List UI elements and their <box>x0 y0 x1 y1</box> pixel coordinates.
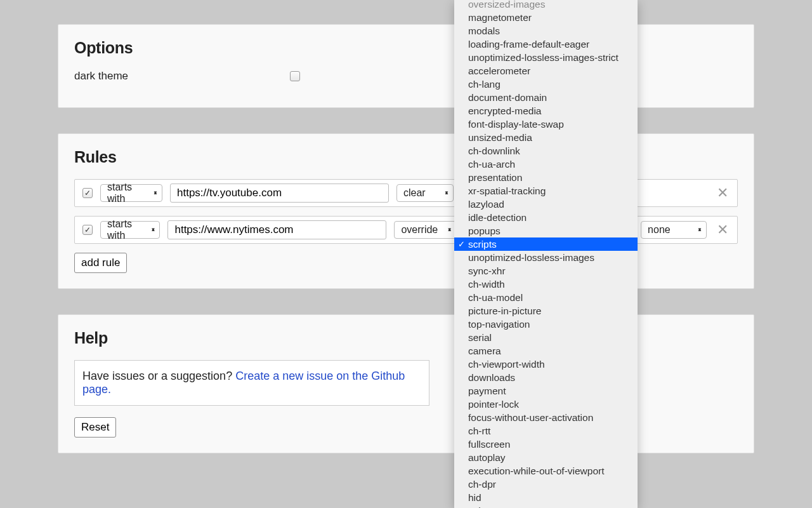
options-heading: Options <box>74 39 738 57</box>
rule-row: starts with ▲▼ override ▲▼ scripts ▲▼ no… <box>74 216 738 244</box>
feature-option[interactable]: autoplay <box>454 451 638 464</box>
help-heading: Help <box>74 329 738 347</box>
feature-value-select[interactable]: none ▲▼ <box>641 221 707 239</box>
feature-option[interactable]: ch-ua-arch <box>454 157 638 171</box>
feature-option[interactable]: hid <box>454 491 638 504</box>
feature-option[interactable]: accelerometer <box>454 64 638 77</box>
match-mode-value: starts with <box>107 218 145 241</box>
feature-option[interactable]: usb <box>454 504 638 508</box>
add-rule-button[interactable]: add rule <box>74 253 127 273</box>
feature-option[interactable]: top-navigation <box>454 318 638 331</box>
feature-option[interactable]: font-display-late-swap <box>454 117 638 131</box>
url-pattern-input[interactable] <box>167 220 386 239</box>
feature-option[interactable]: popups <box>454 224 638 237</box>
url-pattern-input[interactable] <box>170 184 389 203</box>
action-value: clear <box>403 187 426 199</box>
feature-option[interactable]: idle-detection <box>454 211 638 224</box>
action-value: override <box>401 224 438 236</box>
feature-option[interactable]: ch-viewport-width <box>454 358 638 371</box>
rule-enabled-checkbox[interactable] <box>82 188 93 198</box>
dark-theme-checkbox[interactable] <box>290 71 300 81</box>
match-mode-value: starts with <box>107 182 148 204</box>
feature-option[interactable]: modals <box>454 24 638 37</box>
feature-option[interactable]: unsized-media <box>454 131 638 144</box>
feature-option[interactable]: fullscreen <box>454 438 638 451</box>
remove-rule-button[interactable]: ✕ <box>714 185 731 201</box>
feature-option[interactable]: scripts <box>454 237 638 251</box>
options-panel: Options dark theme <box>58 24 754 108</box>
match-mode-select[interactable]: starts with ▲▼ <box>100 221 160 239</box>
remove-rule-button[interactable]: ✕ <box>714 222 731 238</box>
rules-panel: Rules starts with ▲▼ clear ▲▼ ✕ starts w… <box>58 133 754 289</box>
feature-option[interactable]: unoptimized-lossless-images <box>454 251 638 264</box>
action-select[interactable]: override ▲▼ <box>394 221 456 239</box>
feature-option[interactable]: payment <box>454 384 638 398</box>
feature-option[interactable]: oversized-images <box>454 0 638 11</box>
rules-heading: Rules <box>74 148 738 166</box>
feature-option[interactable]: focus-without-user-activation <box>454 411 638 424</box>
feature-option[interactable]: document-domain <box>454 91 638 104</box>
feature-option[interactable]: sync-xhr <box>454 264 638 277</box>
feature-option[interactable]: magnetometer <box>454 11 638 24</box>
feature-dropdown-menu[interactable]: oversized-imagesmagnetometermodalsloadin… <box>454 0 638 508</box>
feature-option[interactable]: picture-in-picture <box>454 304 638 318</box>
feature-option[interactable]: pointer-lock <box>454 398 638 411</box>
feature-option[interactable]: ch-downlink <box>454 144 638 157</box>
reset-button[interactable]: Reset <box>74 417 116 438</box>
feature-option[interactable]: downloads <box>454 371 638 384</box>
feature-option[interactable]: ch-width <box>454 277 638 291</box>
feature-option[interactable]: camera <box>454 344 638 358</box>
match-mode-select[interactable]: starts with ▲▼ <box>100 184 162 202</box>
feature-option[interactable]: ch-lang <box>454 77 638 91</box>
help-text: Have issues or a suggestion? <box>82 370 235 382</box>
feature-option[interactable]: ch-dpr <box>454 478 638 491</box>
dark-theme-label: dark theme <box>74 70 290 83</box>
close-icon: ✕ <box>717 185 728 201</box>
close-icon: ✕ <box>717 222 728 237</box>
feature-option[interactable]: unoptimized-lossless-images-strict <box>454 51 638 64</box>
feature-option[interactable]: presentation <box>454 171 638 184</box>
feature-option[interactable]: execution-while-out-of-viewport <box>454 464 638 478</box>
action-select[interactable]: clear ▲▼ <box>396 184 454 202</box>
feature-option[interactable]: encrypted-media <box>454 104 638 117</box>
feature-option[interactable]: lazyload <box>454 197 638 211</box>
feature-option[interactable]: loading-frame-default-eager <box>454 37 638 51</box>
option-row-dark-theme: dark theme <box>74 70 738 83</box>
feature-option[interactable]: serial <box>454 331 638 344</box>
feature-option[interactable]: xr-spatial-tracking <box>454 184 638 197</box>
rule-enabled-checkbox[interactable] <box>82 225 93 235</box>
help-text-box: Have issues or a suggestion? Create a ne… <box>74 360 429 406</box>
rule-row: starts with ▲▼ clear ▲▼ ✕ <box>74 179 738 207</box>
feature-option[interactable]: ch-rtt <box>454 424 638 438</box>
feature-option[interactable]: ch-ua-model <box>454 291 638 304</box>
feature-value-value: none <box>648 224 671 236</box>
help-panel: Help Have issues or a suggestion? Create… <box>58 314 754 453</box>
